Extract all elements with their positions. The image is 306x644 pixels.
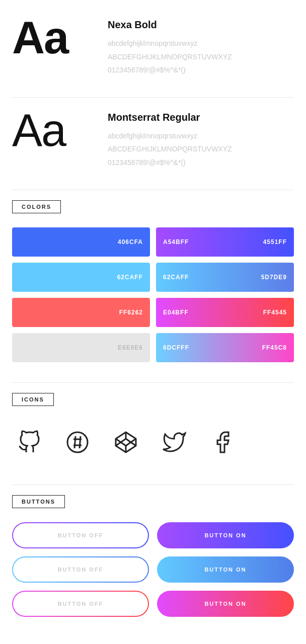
font-nexa-info: Nexa Bold abcdefghijklmnopqrstuvwxyz ABC… (108, 15, 232, 77)
color-cyan-value: 62CAFF (117, 274, 143, 281)
color-purple-gradient: A54BFF 4551FF (156, 227, 294, 257)
btn2-off-wrapper: BUTTON OFF (12, 556, 149, 583)
color-blue: 406CFA (12, 227, 150, 257)
color-purple-right: 4551FF (263, 238, 287, 246)
divider-1 (12, 97, 294, 98)
color-blue-value: 406CFA (118, 238, 143, 246)
button-on-purple[interactable]: BUTTON ON (157, 522, 294, 548)
button-on-cyan[interactable]: BUTTON ON (157, 556, 294, 583)
divider-4 (12, 485, 294, 485)
color-pink-right: FF4545 (263, 309, 287, 316)
color-lightpink-gradient: 6DCFFF FF45C8 (156, 333, 294, 362)
svg-line-4 (80, 436, 81, 448)
color-pink-left: E04BFF (163, 309, 189, 316)
button-on-pink[interactable]: BUTTON ON (157, 591, 294, 617)
github-icon (17, 430, 41, 454)
font-montserrat-section: Aa Montserrat Regular abcdefghijklmnopqr… (12, 108, 294, 170)
font-nexa-upper: ABCDEFGHIJKLMNOPQRSTUVWXYZ (108, 50, 232, 64)
button-off-purple[interactable]: BUTTON OFF (13, 523, 148, 547)
color-cyan-grad-left: 62CAFF (163, 274, 189, 281)
icons-label: ICONS (12, 393, 54, 406)
button-off-pink[interactable]: BUTTON OFF (13, 592, 148, 616)
font-montserrat-upper: ABCDEFGHIJKLMNOPQRSTUVWXYZ (108, 142, 232, 156)
font-nexa-lower: abcdefghijklmnopqrstuvwxyz (108, 37, 232, 50)
color-cyan-grad-right: 5D7DE9 (261, 274, 287, 281)
color-gray: E6E6E6 (12, 333, 150, 362)
buttons-grid: BUTTON OFF BUTTON ON BUTTON OFF BUTTON O… (12, 522, 294, 617)
color-gray-value: E6E6E6 (118, 344, 143, 351)
color-lightpink-left: 6DCFFF (163, 344, 189, 351)
font-montserrat-name: Montserrat Regular (108, 112, 232, 123)
divider-3 (12, 382, 294, 383)
button-off-cyan[interactable]: BUTTON OFF (13, 557, 148, 582)
icons-row (12, 420, 294, 464)
color-cyan: 62CAFF (12, 263, 150, 292)
icons-section: ICONS (12, 393, 294, 464)
color-red-value: FF6262 (119, 309, 143, 316)
font-nexa-name: Nexa Bold (108, 19, 232, 31)
color-pink-gradient: E04BFF FF4545 (156, 298, 294, 327)
font-montserrat-info: Montserrat Regular abcdefghijklmnopqrstu… (108, 108, 232, 170)
colors-label: COLORS (12, 200, 61, 213)
font-nexa-section: Aa Nexa Bold abcdefghijklmnopqrstuvwxyz … (12, 15, 294, 77)
font-montserrat-lower: abcdefghijklmnopqrstuvwxyz (108, 129, 232, 143)
facebook-icon (210, 430, 235, 454)
svg-line-3 (74, 436, 75, 448)
colors-section: COLORS 406CFA A54BFF 4551FF 62CAFF 62CAF… (12, 200, 294, 362)
font-nexa-numbers: 0123456789!@#$%^&*() (108, 63, 232, 77)
font-montserrat-sample: Aa (12, 108, 108, 153)
hashtag-icon (65, 430, 90, 454)
btn1-off-wrapper: BUTTON OFF (12, 522, 149, 548)
svg-point-0 (67, 432, 88, 452)
font-montserrat-numbers: 0123456789!@#$%^&*() (108, 156, 232, 170)
codepen-icon (114, 430, 138, 454)
twitter-icon (162, 430, 186, 454)
btn3-off-wrapper: BUTTON OFF (12, 591, 149, 617)
buttons-section: BUTTONS BUTTON OFF BUTTON ON BUTTON OFF … (12, 495, 294, 617)
buttons-label: BUTTONS (12, 495, 65, 508)
divider-2 (12, 190, 294, 190)
color-cyan-gradient: 62CAFF 5D7DE9 (156, 263, 294, 292)
color-grid: 406CFA A54BFF 4551FF 62CAFF 62CAFF 5D7DE… (12, 227, 294, 362)
font-nexa-sample: Aa (12, 15, 108, 60)
color-red: FF6262 (12, 298, 150, 327)
color-purple-left: A54BFF (163, 238, 189, 246)
color-lightpink-right: FF45C8 (262, 344, 287, 351)
